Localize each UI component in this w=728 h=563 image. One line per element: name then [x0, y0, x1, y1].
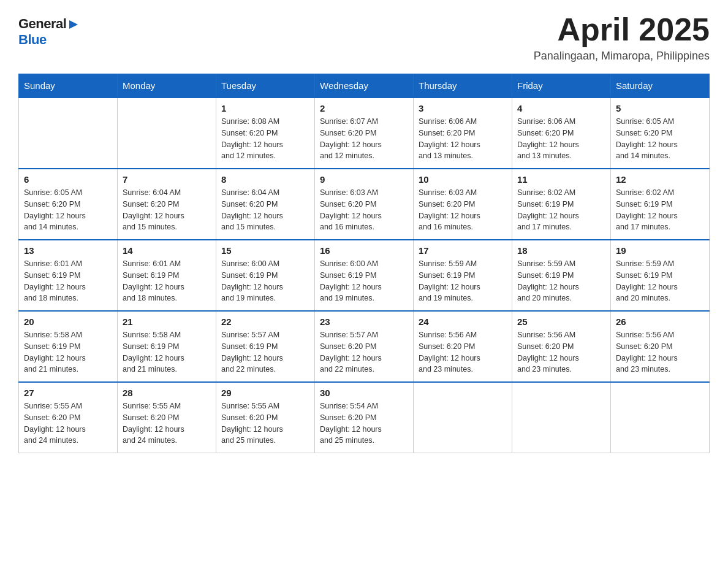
day-header-saturday: Saturday	[611, 74, 710, 98]
day-number: 22	[221, 316, 309, 327]
title-block: April 2025 Panalingaan, Mimaropa, Philip…	[534, 12, 710, 63]
week-row-3: 13Sunrise: 6:01 AM Sunset: 6:19 PM Dayli…	[19, 240, 710, 311]
day-info: Sunrise: 6:02 AM Sunset: 6:19 PM Dayligh…	[616, 187, 704, 233]
days-header-row: SundayMondayTuesdayWednesdayThursdayFrid…	[19, 74, 710, 98]
calendar-cell: 23Sunrise: 5:57 AM Sunset: 6:20 PM Dayli…	[315, 311, 414, 382]
calendar-cell: 26Sunrise: 5:56 AM Sunset: 6:20 PM Dayli…	[611, 311, 710, 382]
day-number: 10	[419, 174, 507, 185]
calendar-cell: 29Sunrise: 5:55 AM Sunset: 6:20 PM Dayli…	[216, 382, 315, 453]
day-number: 27	[24, 388, 112, 398]
day-info: Sunrise: 5:57 AM Sunset: 6:20 PM Dayligh…	[320, 329, 408, 375]
calendar-cell: 6Sunrise: 6:05 AM Sunset: 6:20 PM Daylig…	[19, 169, 118, 240]
calendar-cell: 1Sunrise: 6:08 AM Sunset: 6:20 PM Daylig…	[216, 98, 315, 169]
calendar-cell: 15Sunrise: 6:00 AM Sunset: 6:19 PM Dayli…	[216, 240, 315, 311]
day-number: 20	[24, 316, 112, 327]
day-header-friday: Friday	[512, 74, 611, 98]
calendar-cell	[118, 98, 216, 169]
day-info: Sunrise: 6:07 AM Sunset: 6:20 PM Dayligh…	[320, 116, 408, 162]
day-info: Sunrise: 6:04 AM Sunset: 6:20 PM Dayligh…	[123, 187, 211, 233]
calendar-cell: 10Sunrise: 6:03 AM Sunset: 6:20 PM Dayli…	[414, 169, 512, 240]
day-number: 15	[221, 245, 309, 256]
day-number: 29	[221, 388, 309, 398]
svg-marker-0	[69, 20, 78, 29]
calendar-table: SundayMondayTuesdayWednesdayThursdayFrid…	[18, 74, 710, 453]
day-number: 1	[221, 103, 309, 113]
day-header-thursday: Thursday	[414, 74, 512, 98]
calendar-cell: 11Sunrise: 6:02 AM Sunset: 6:19 PM Dayli…	[512, 169, 611, 240]
calendar-cell: 14Sunrise: 6:01 AM Sunset: 6:19 PM Dayli…	[118, 240, 216, 311]
calendar-cell: 16Sunrise: 6:00 AM Sunset: 6:19 PM Dayli…	[315, 240, 414, 311]
day-info: Sunrise: 6:08 AM Sunset: 6:20 PM Dayligh…	[221, 116, 309, 162]
calendar-title: April 2025	[534, 12, 710, 47]
day-info: Sunrise: 6:00 AM Sunset: 6:19 PM Dayligh…	[221, 258, 309, 304]
day-header-wednesday: Wednesday	[315, 74, 414, 98]
day-info: Sunrise: 5:54 AM Sunset: 6:20 PM Dayligh…	[320, 400, 408, 446]
calendar-cell	[611, 382, 710, 453]
calendar-cell: 8Sunrise: 6:04 AM Sunset: 6:20 PM Daylig…	[216, 169, 315, 240]
week-row-1: 1Sunrise: 6:08 AM Sunset: 6:20 PM Daylig…	[19, 98, 710, 169]
calendar-cell	[414, 382, 512, 453]
day-number: 17	[419, 245, 507, 256]
day-number: 5	[616, 103, 704, 113]
day-number: 9	[320, 174, 408, 185]
day-info: Sunrise: 5:55 AM Sunset: 6:20 PM Dayligh…	[221, 400, 309, 446]
day-info: Sunrise: 6:00 AM Sunset: 6:19 PM Dayligh…	[320, 258, 408, 304]
page-header: General Blue April 2025 Panalingaan, Mim…	[18, 12, 710, 63]
logo-general-text: General	[18, 16, 66, 32]
calendar-cell: 4Sunrise: 6:06 AM Sunset: 6:20 PM Daylig…	[512, 98, 611, 169]
calendar-location: Panalingaan, Mimaropa, Philippines	[534, 50, 710, 63]
day-info: Sunrise: 6:03 AM Sunset: 6:20 PM Dayligh…	[419, 187, 507, 233]
calendar-cell: 7Sunrise: 6:04 AM Sunset: 6:20 PM Daylig…	[118, 169, 216, 240]
calendar-cell: 12Sunrise: 6:02 AM Sunset: 6:19 PM Dayli…	[611, 169, 710, 240]
calendar-cell: 9Sunrise: 6:03 AM Sunset: 6:20 PM Daylig…	[315, 169, 414, 240]
day-info: Sunrise: 5:56 AM Sunset: 6:20 PM Dayligh…	[419, 329, 507, 375]
day-number: 18	[517, 245, 605, 256]
calendar-cell: 22Sunrise: 5:57 AM Sunset: 6:19 PM Dayli…	[216, 311, 315, 382]
day-info: Sunrise: 5:59 AM Sunset: 6:19 PM Dayligh…	[616, 258, 704, 304]
day-info: Sunrise: 6:04 AM Sunset: 6:20 PM Dayligh…	[221, 187, 309, 233]
day-info: Sunrise: 5:58 AM Sunset: 6:19 PM Dayligh…	[123, 329, 211, 375]
calendar-cell: 25Sunrise: 5:56 AM Sunset: 6:20 PM Dayli…	[512, 311, 611, 382]
day-info: Sunrise: 6:05 AM Sunset: 6:20 PM Dayligh…	[24, 187, 112, 233]
calendar-cell: 30Sunrise: 5:54 AM Sunset: 6:20 PM Dayli…	[315, 382, 414, 453]
day-header-sunday: Sunday	[19, 74, 118, 98]
day-number: 8	[221, 174, 309, 185]
calendar-cell: 18Sunrise: 5:59 AM Sunset: 6:19 PM Dayli…	[512, 240, 611, 311]
day-info: Sunrise: 5:55 AM Sunset: 6:20 PM Dayligh…	[24, 400, 112, 446]
day-number: 21	[123, 316, 211, 327]
day-info: Sunrise: 5:56 AM Sunset: 6:20 PM Dayligh…	[616, 329, 704, 375]
day-number: 24	[419, 316, 507, 327]
day-number: 23	[320, 316, 408, 327]
day-number: 19	[616, 245, 704, 256]
day-number: 7	[123, 174, 211, 185]
day-info: Sunrise: 5:59 AM Sunset: 6:19 PM Dayligh…	[419, 258, 507, 304]
day-info: Sunrise: 5:55 AM Sunset: 6:20 PM Dayligh…	[123, 400, 211, 446]
day-number: 13	[24, 245, 112, 256]
calendar-cell: 17Sunrise: 5:59 AM Sunset: 6:19 PM Dayli…	[414, 240, 512, 311]
calendar-cell: 3Sunrise: 6:06 AM Sunset: 6:20 PM Daylig…	[414, 98, 512, 169]
calendar-cell: 20Sunrise: 5:58 AM Sunset: 6:19 PM Dayli…	[19, 311, 118, 382]
day-info: Sunrise: 6:01 AM Sunset: 6:19 PM Dayligh…	[24, 258, 112, 304]
day-info: Sunrise: 6:05 AM Sunset: 6:20 PM Dayligh…	[616, 116, 704, 162]
day-info: Sunrise: 6:03 AM Sunset: 6:20 PM Dayligh…	[320, 187, 408, 233]
calendar-cell: 2Sunrise: 6:07 AM Sunset: 6:20 PM Daylig…	[315, 98, 414, 169]
day-info: Sunrise: 5:59 AM Sunset: 6:19 PM Dayligh…	[517, 258, 605, 304]
day-number: 6	[24, 174, 112, 185]
day-info: Sunrise: 5:58 AM Sunset: 6:19 PM Dayligh…	[24, 329, 112, 375]
week-row-5: 27Sunrise: 5:55 AM Sunset: 6:20 PM Dayli…	[19, 382, 710, 453]
day-number: 28	[123, 388, 211, 398]
calendar-cell	[19, 98, 118, 169]
day-info: Sunrise: 6:02 AM Sunset: 6:19 PM Dayligh…	[517, 187, 605, 233]
day-number: 3	[419, 103, 507, 113]
week-row-2: 6Sunrise: 6:05 AM Sunset: 6:20 PM Daylig…	[19, 169, 710, 240]
calendar-cell: 13Sunrise: 6:01 AM Sunset: 6:19 PM Dayli…	[19, 240, 118, 311]
week-row-4: 20Sunrise: 5:58 AM Sunset: 6:19 PM Dayli…	[19, 311, 710, 382]
day-info: Sunrise: 6:01 AM Sunset: 6:19 PM Dayligh…	[123, 258, 211, 304]
day-header-monday: Monday	[118, 74, 216, 98]
day-number: 25	[517, 316, 605, 327]
day-info: Sunrise: 6:06 AM Sunset: 6:20 PM Dayligh…	[517, 116, 605, 162]
calendar-cell: 21Sunrise: 5:58 AM Sunset: 6:19 PM Dayli…	[118, 311, 216, 382]
calendar-cell	[512, 382, 611, 453]
day-number: 4	[517, 103, 605, 113]
day-number: 2	[320, 103, 408, 113]
